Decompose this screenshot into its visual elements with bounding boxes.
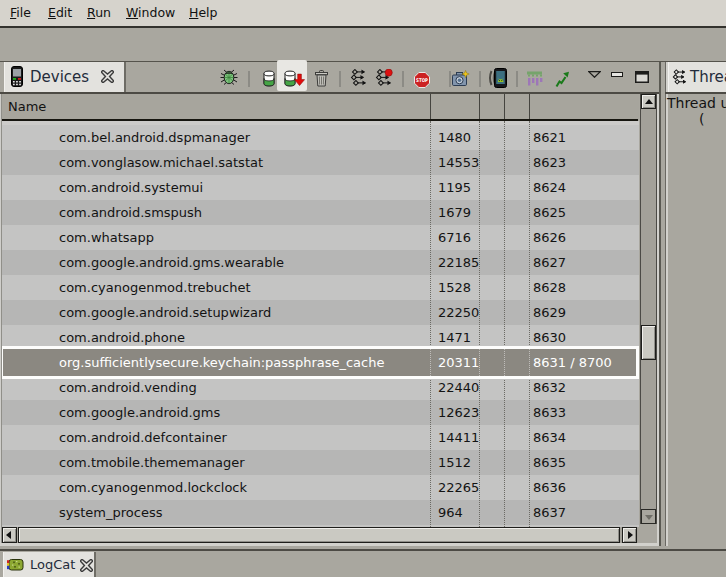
horizontal-scrollbar-thumb[interactable] bbox=[18, 527, 620, 543]
tab-threads-label: Threads bbox=[690, 62, 726, 92]
client-port: 8636 bbox=[533, 475, 566, 500]
right-arrow-icon bbox=[628, 531, 633, 539]
client-name: com.tmobile.thememanager bbox=[59, 450, 245, 475]
client-name: system_process bbox=[59, 500, 162, 525]
ddms-window: File Edit Run Window Help Devices bbox=[0, 0, 726, 577]
down-arrow-icon bbox=[645, 515, 653, 520]
tab-logcat[interactable]: LogCat bbox=[3, 552, 96, 577]
client-name: com.vonglasow.michael.satstat bbox=[59, 150, 263, 175]
menu-edit[interactable]: Edit bbox=[48, 0, 72, 26]
client-pid: 22185 bbox=[438, 250, 479, 275]
menu-run[interactable]: Run bbox=[87, 0, 111, 26]
start-method-profiling-icon[interactable] bbox=[375, 69, 393, 86]
toolbar-separator bbox=[339, 71, 341, 87]
table-row[interactable]: com.android.systemui11958624 bbox=[2, 175, 639, 200]
table-header: Name bbox=[2, 94, 639, 119]
client-name: com.android.smspush bbox=[59, 200, 202, 225]
update-heap-icon[interactable] bbox=[263, 70, 275, 87]
capture-system-state-icon[interactable] bbox=[488, 68, 507, 88]
threads-icon bbox=[672, 69, 687, 85]
systrace-icon[interactable] bbox=[526, 71, 543, 86]
cause-gc-icon[interactable] bbox=[314, 70, 329, 87]
table-row[interactable]: com.cyanogenmod.lockclock222658636 bbox=[2, 475, 639, 500]
column-resize-handle[interactable] bbox=[504, 94, 505, 119]
client-name: com.android.defcontainer bbox=[59, 425, 227, 450]
table-row[interactable]: com.google.android.gms.wearable221858627 bbox=[2, 250, 639, 275]
start-opengl-trace-icon[interactable] bbox=[555, 71, 570, 88]
column-resize-handle[interactable] bbox=[529, 94, 530, 119]
client-name: com.google.android.gms bbox=[59, 400, 220, 425]
table-row[interactable]: com.android.smspush16798625 bbox=[2, 200, 639, 225]
client-table: com.bel.android.dspmanager14808621com.vo… bbox=[2, 121, 639, 527]
client-port: 8628 bbox=[533, 275, 566, 300]
table-row[interactable]: com.cyanogenmod.trebuchet15288628 bbox=[2, 275, 639, 300]
table-row[interactable]: com.vonglasow.michael.satstat145538623 bbox=[2, 150, 639, 175]
client-port: 8624 bbox=[533, 175, 566, 200]
client-name: com.cyanogenmod.trebuchet bbox=[59, 275, 251, 300]
table-row[interactable]: com.whatsapp67168626 bbox=[2, 225, 639, 250]
threads-panel-content bbox=[668, 94, 726, 543]
tab-logcat-close-icon[interactable] bbox=[80, 559, 93, 572]
column-resize-handle[interactable] bbox=[430, 94, 431, 119]
dump-hprof-icon[interactable] bbox=[284, 70, 305, 88]
tab-logcat-label: LogCat bbox=[30, 552, 75, 577]
table-row[interactable]: com.tmobile.thememanager15128635 bbox=[2, 450, 639, 475]
table-row[interactable]: com.bel.android.dspmanager14808621 bbox=[2, 125, 639, 150]
column-header-name[interactable]: Name bbox=[8, 94, 46, 119]
client-port: 8621 bbox=[533, 125, 566, 150]
client-name: com.whatsapp bbox=[59, 225, 154, 250]
column-gridline bbox=[529, 349, 530, 376]
horizontal-scrollbar[interactable] bbox=[2, 527, 638, 543]
scroll-right-button[interactable] bbox=[622, 527, 637, 543]
client-name: com.android.systemui bbox=[59, 175, 203, 200]
client-pid: 1679 bbox=[438, 200, 471, 225]
view-menu-icon[interactable] bbox=[588, 71, 601, 78]
menu-file[interactable]: File bbox=[10, 0, 31, 26]
tab-devices-label: Devices bbox=[30, 62, 89, 92]
selected-table-row[interactable]: org.sufficientlysecure.keychain:passphra… bbox=[2, 346, 639, 379]
update-threads-icon[interactable] bbox=[350, 69, 367, 86]
toolbar-separator bbox=[402, 71, 404, 87]
client-port: 8633 bbox=[533, 400, 566, 425]
maximize-icon[interactable] bbox=[635, 71, 649, 83]
client-port: 8625 bbox=[533, 200, 566, 225]
menu-window[interactable]: Window bbox=[126, 0, 175, 26]
screen-capture-icon[interactable] bbox=[452, 70, 470, 87]
client-pid: 1512 bbox=[438, 450, 471, 475]
column-resize-handle[interactable] bbox=[479, 94, 480, 119]
client-port: 8635 bbox=[533, 450, 566, 475]
client-name: com.google.android.setupwizard bbox=[59, 300, 271, 325]
client-pid: 1528 bbox=[438, 275, 471, 300]
vertical-scrollbar-thumb[interactable] bbox=[641, 325, 656, 360]
client-port: 8623 bbox=[533, 150, 566, 175]
client-pid: 22250 bbox=[438, 300, 479, 325]
tab-devices[interactable]: Devices bbox=[4, 62, 126, 92]
client-port: 8631 / 8700 bbox=[533, 349, 612, 376]
scroll-left-button[interactable] bbox=[2, 527, 17, 543]
scroll-down-button[interactable] bbox=[641, 509, 656, 524]
tab-threads[interactable]: Threads bbox=[668, 62, 726, 92]
scroll-up-button[interactable] bbox=[641, 94, 656, 109]
menu-help[interactable]: Help bbox=[189, 0, 218, 26]
client-port: 8627 bbox=[533, 250, 566, 275]
client-pid: 14553 bbox=[438, 150, 479, 175]
client-pid: 20311 bbox=[438, 349, 479, 376]
client-pid: 1195 bbox=[438, 175, 471, 200]
tab-devices-close-icon[interactable] bbox=[101, 70, 114, 83]
client-name: com.cyanogenmod.lockclock bbox=[59, 475, 247, 500]
table-row[interactable]: com.google.android.setupwizard222508629 bbox=[2, 300, 639, 325]
client-pid: 964 bbox=[438, 500, 463, 525]
table-row[interactable]: com.android.defcontainer144118634 bbox=[2, 425, 639, 450]
debug-process-icon[interactable] bbox=[220, 68, 238, 86]
table-row[interactable]: com.google.android.gms126238633 bbox=[2, 400, 639, 425]
client-pid: 6716 bbox=[438, 225, 471, 250]
vertical-scrollbar[interactable] bbox=[641, 94, 656, 524]
stop-process-icon[interactable]: STOP bbox=[414, 72, 430, 88]
threads-tabbar: Threads bbox=[668, 62, 726, 92]
column-gridline bbox=[529, 121, 530, 527]
client-pid: 14411 bbox=[438, 425, 479, 450]
minimize-icon[interactable] bbox=[611, 72, 623, 77]
client-port: 8637 bbox=[533, 500, 566, 525]
table-row[interactable]: system_process9648637 bbox=[2, 500, 639, 525]
device-phone-icon bbox=[11, 66, 23, 87]
